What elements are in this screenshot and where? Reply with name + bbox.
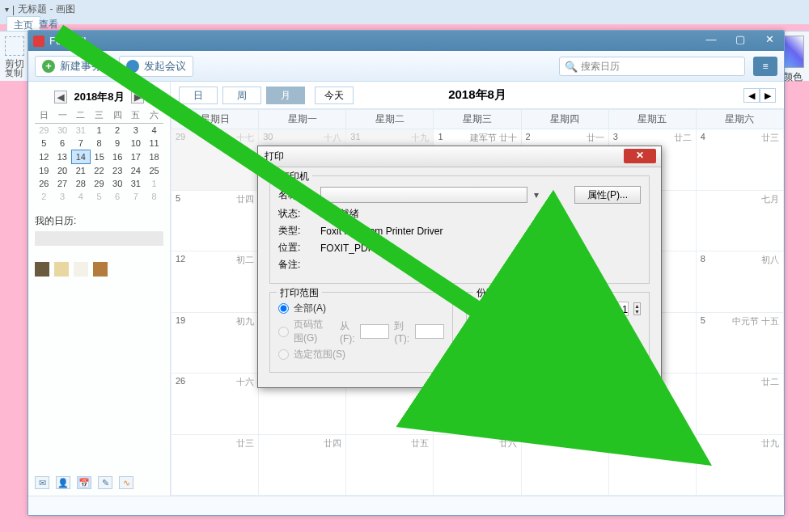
mini-day[interactable]: 1 <box>90 124 108 137</box>
mini-day[interactable]: 1 <box>145 177 163 190</box>
list-view-button[interactable]: ≡ <box>753 57 777 76</box>
mini-day[interactable]: 26 <box>35 177 53 190</box>
view-month-button[interactable]: 月 <box>266 87 305 104</box>
mini-day[interactable]: 7 <box>127 190 146 203</box>
mini-day[interactable]: 19 <box>35 164 53 178</box>
big-day-cell[interactable]: 廿五 <box>346 434 434 496</box>
mini-day[interactable]: 16 <box>108 150 127 164</box>
print-ok-button[interactable]: 确定 <box>501 386 564 403</box>
foxmail-logo-icon <box>33 36 44 47</box>
minimize-icon[interactable]: — <box>700 33 722 45</box>
mini-day[interactable]: 7 <box>71 137 90 150</box>
big-day-cell[interactable]: 5廿四 <box>172 190 259 251</box>
mini-day[interactable]: 21 <box>71 164 90 178</box>
big-day-cell[interactable]: 4廿三 <box>696 129 783 191</box>
mini-day[interactable]: 3 <box>53 190 72 203</box>
today-button[interactable]: 今天 <box>315 87 354 104</box>
ribbon-cut[interactable]: 剪切 <box>5 36 24 71</box>
mini-day[interactable]: 29 <box>35 124 53 137</box>
big-day-cell[interactable]: 8初八 <box>696 251 783 313</box>
big-day-cell[interactable]: 29十七 <box>172 129 259 191</box>
mini-day[interactable]: 12 <box>35 150 53 164</box>
mini-day[interactable]: 31 <box>127 177 146 190</box>
copies-up-button[interactable]: ▲ <box>634 303 640 309</box>
mini-day[interactable]: 5 <box>35 137 53 150</box>
big-day-cell[interactable]: 廿九 <box>696 434 783 496</box>
range-from-input <box>360 324 389 339</box>
mini-day[interactable]: 27 <box>53 177 72 190</box>
printer-fieldset: 打印机 名称(N): ▾ 属性(P)... 状态:准备就绪 类型:Foxit P… <box>269 175 650 284</box>
mini-day[interactable]: 9 <box>108 137 127 150</box>
color-swatch[interactable] <box>783 36 804 68</box>
my-calendar-item[interactable] <box>35 231 163 246</box>
big-day-cell[interactable]: 廿三 <box>172 434 259 496</box>
search-calendar-input[interactable]: 🔍 搜索日历 <box>559 57 745 76</box>
new-task-button[interactable]: + 新建事务 <box>35 56 109 77</box>
mini-day[interactable]: 15 <box>90 150 108 164</box>
contacts-icon[interactable]: 👤 <box>56 476 70 489</box>
range-all-radio[interactable] <box>278 303 289 314</box>
mini-day[interactable]: 6 <box>53 137 72 150</box>
print-cancel-button[interactable]: 取消 <box>575 386 638 403</box>
mini-day[interactable]: 31 <box>71 124 90 137</box>
calendar-icon[interactable]: 📅 <box>77 476 91 489</box>
copies-input[interactable] <box>591 302 629 316</box>
mini-day[interactable]: 4 <box>71 190 90 203</box>
mini-day[interactable]: 25 <box>145 164 163 178</box>
mini-day[interactable]: 8 <box>145 190 163 203</box>
print-dialog-titlebar: 打印 ✕ <box>258 146 661 167</box>
big-day-cell[interactable]: 19初九 <box>172 312 259 374</box>
mini-day[interactable]: 22 <box>90 164 108 178</box>
big-day-cell[interactable]: 廿七 <box>521 434 608 496</box>
mini-day[interactable]: 5 <box>90 190 108 203</box>
printer-name-select[interactable] <box>320 187 527 203</box>
big-day-cell[interactable]: 廿二 <box>696 374 783 435</box>
view-day-button[interactable]: 日 <box>179 87 218 104</box>
dropdown-icon: ▾ <box>5 5 9 14</box>
big-prev-button[interactable]: ◀ <box>743 88 760 103</box>
mini-day[interactable]: 2 <box>35 190 53 203</box>
printer-legend: 打印机 <box>277 170 312 184</box>
mini-day[interactable]: 4 <box>145 124 163 137</box>
mini-day[interactable]: 24 <box>127 164 146 178</box>
collate-preview-page: 2 <box>494 321 510 342</box>
maximize-icon[interactable]: ▢ <box>729 33 752 45</box>
printer-properties-button[interactable]: 属性(P)... <box>574 186 641 204</box>
big-next-button[interactable]: ▶ <box>760 88 776 103</box>
rss-icon[interactable]: ∿ <box>119 476 133 489</box>
big-day-cell[interactable]: 七月 <box>696 190 783 251</box>
mini-day[interactable]: 30 <box>108 177 127 190</box>
mini-day[interactable]: 28 <box>71 177 90 190</box>
mini-day[interactable]: 23 <box>108 164 127 178</box>
mini-day[interactable]: 8 <box>90 137 108 150</box>
mini-calendar[interactable]: 日一二三四五六293031123456789101112131415161718… <box>35 108 163 203</box>
mini-day[interactable]: 20 <box>53 164 72 178</box>
mini-day[interactable]: 2 <box>108 124 127 137</box>
mini-day[interactable]: 18 <box>145 150 163 164</box>
mini-day[interactable]: 3 <box>127 124 146 137</box>
mini-next-button[interactable]: ▶ <box>131 91 144 103</box>
big-day-cell[interactable]: 5中元节 十五 <box>696 312 783 374</box>
mini-day[interactable]: 11 <box>145 137 163 150</box>
ribbon-copy[interactable]: 复制 <box>5 67 23 79</box>
mini-prev-button[interactable]: ◀ <box>54 91 67 103</box>
mini-day[interactable]: 13 <box>53 150 72 164</box>
copies-down-button[interactable]: ▼ <box>634 309 640 315</box>
start-meeting-button[interactable]: 发起会议 <box>119 56 193 77</box>
big-day-cell[interactable]: 廿六 <box>434 434 521 496</box>
mail-icon[interactable]: ✉ <box>35 476 49 489</box>
big-day-cell[interactable]: 廿八 <box>608 434 696 496</box>
big-day-cell[interactable]: 12初二 <box>172 251 259 313</box>
mini-day[interactable]: 14 <box>71 150 90 164</box>
close-icon[interactable]: ✕ <box>758 33 781 45</box>
big-day-cell[interactable]: 廿四 <box>259 434 346 496</box>
notes-icon[interactable]: ✎ <box>98 476 112 489</box>
mini-day[interactable]: 30 <box>53 124 72 137</box>
mini-day[interactable]: 17 <box>127 150 146 164</box>
mini-day[interactable]: 6 <box>108 190 127 203</box>
view-week-button[interactable]: 周 <box>222 87 261 104</box>
big-day-cell[interactable]: 26十六 <box>172 374 259 435</box>
dialog-close-button[interactable]: ✕ <box>624 149 656 163</box>
mini-day[interactable]: 10 <box>127 137 146 150</box>
mini-day[interactable]: 29 <box>90 177 108 190</box>
